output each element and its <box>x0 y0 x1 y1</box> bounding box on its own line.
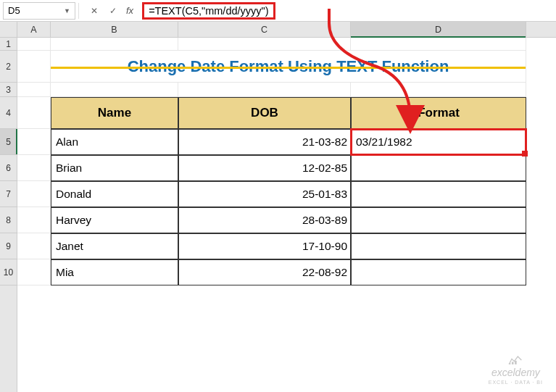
cell-dob-5[interactable]: 22-08-92 <box>178 259 351 285</box>
row-4: Name DOB Format <box>17 97 556 129</box>
cell-a8[interactable] <box>17 207 51 233</box>
cell-a6[interactable] <box>17 155 51 181</box>
formula-icons: ✕ ✓ fx <box>84 5 142 17</box>
svg-rect-1 <box>512 362 514 364</box>
row-3 <box>17 83 556 97</box>
cell-c1[interactable] <box>178 38 351 51</box>
fx-icon[interactable]: fx <box>126 5 133 16</box>
formula-bar: D5 ▼ ✕ ✓ fx =TEXT(C5,"mm/dd/yyyy") <box>0 0 556 22</box>
cell-b3[interactable] <box>51 83 178 97</box>
row-10: Mia 22-08-92 <box>17 259 556 285</box>
col-header-b[interactable]: B <box>51 22 178 37</box>
row-header-4[interactable]: 4 <box>0 97 17 129</box>
enter-icon[interactable]: ✓ <box>107 5 119 17</box>
watermark-subtitle: EXCEL · DATA · BI <box>489 380 543 385</box>
cell-a1[interactable] <box>17 38 51 51</box>
col-header-d[interactable]: D <box>351 22 526 37</box>
title-underline <box>51 67 526 69</box>
row-header-9[interactable]: 9 <box>0 233 17 259</box>
cell-dob-2[interactable]: 25-01-83 <box>178 181 351 207</box>
row-header-1[interactable]: 1 <box>0 38 17 51</box>
cell-format-0[interactable]: 03/21/1982 <box>351 129 526 155</box>
chevron-down-icon[interactable]: ▼ <box>64 7 70 14</box>
svg-rect-2 <box>515 361 518 364</box>
row-1 <box>17 38 556 51</box>
cell-name-4[interactable]: Janet <box>51 233 178 259</box>
logo-icon <box>508 355 523 365</box>
spreadsheet: 1 2 3 4 5 6 7 8 9 10 A B C D Change D <box>0 22 556 392</box>
cell-dob-4[interactable]: 17-10-90 <box>178 233 351 259</box>
select-all-corner[interactable] <box>0 22 17 38</box>
cell-a7[interactable] <box>17 181 51 207</box>
cancel-icon[interactable]: ✕ <box>88 5 100 17</box>
row-6: Brian 12-02-85 <box>17 155 556 181</box>
row-header-8[interactable]: 8 <box>0 207 17 233</box>
formula-input-wrap: =TEXT(C5,"mm/dd/yyyy") <box>142 2 556 20</box>
cell-name-3[interactable]: Harvey <box>51 207 178 233</box>
cell-a3[interactable] <box>17 83 51 97</box>
cell-format-3[interactable] <box>351 207 526 233</box>
col-header-c[interactable]: C <box>178 22 351 37</box>
name-box[interactable]: D5 ▼ <box>3 2 75 20</box>
cell-b1[interactable] <box>51 38 178 51</box>
grid: A B C D Change Date Format Using TEXT Fu… <box>17 22 556 392</box>
header-format[interactable]: Format <box>351 97 526 129</box>
cell-reference: D5 <box>8 5 20 16</box>
cell-c3[interactable] <box>178 83 351 97</box>
cell-name-5[interactable]: Mia <box>51 259 178 285</box>
row-header-3[interactable]: 3 <box>0 83 17 97</box>
header-dob[interactable]: DOB <box>178 97 351 129</box>
cell-a5[interactable] <box>17 129 51 155</box>
watermark: exceldemy EXCEL · DATA · BI <box>489 355 543 385</box>
formula-text: =TEXT(C5,"mm/dd/yyyy") <box>149 5 268 17</box>
row-header-10[interactable]: 10 <box>0 259 17 285</box>
row-8: Harvey 28-03-89 <box>17 207 556 233</box>
row-headers: 1 2 3 4 5 6 7 8 9 10 <box>0 22 17 392</box>
row-9: Janet 17-10-90 <box>17 233 556 259</box>
row-5: Alan 21-03-82 03/21/1982 <box>17 129 556 155</box>
row-header-7[interactable]: 7 <box>0 181 17 207</box>
cell-a9[interactable] <box>17 233 51 259</box>
svg-rect-0 <box>509 363 511 364</box>
cell-name-1[interactable]: Brian <box>51 155 178 181</box>
cell-format-4[interactable] <box>351 233 526 259</box>
row-header-5[interactable]: 5 <box>0 129 17 155</box>
cell-d1[interactable] <box>351 38 526 51</box>
header-name[interactable]: Name <box>51 97 178 129</box>
rows: Change Date Format Using TEXT Function N… <box>17 38 556 285</box>
cell-dob-1[interactable]: 12-02-85 <box>178 155 351 181</box>
cell-name-0[interactable]: Alan <box>51 129 178 155</box>
formula-input[interactable]: =TEXT(C5,"mm/dd/yyyy") <box>142 2 275 20</box>
watermark-title: exceldemy <box>491 367 540 378</box>
row-7: Donald 25-01-83 <box>17 181 556 207</box>
col-header-a[interactable]: A <box>17 22 51 37</box>
cell-dob-3[interactable]: 28-03-89 <box>178 207 351 233</box>
cell-name-2[interactable]: Donald <box>51 181 178 207</box>
cell-dob-0[interactable]: 21-03-82 <box>178 129 351 155</box>
column-headers: A B C D <box>17 22 556 38</box>
divider <box>78 3 84 19</box>
cell-a4[interactable] <box>17 97 51 129</box>
cell-d3[interactable] <box>351 83 526 97</box>
row-header-6[interactable]: 6 <box>0 155 17 181</box>
cell-format-1[interactable] <box>351 155 526 181</box>
cell-a2[interactable] <box>17 51 51 83</box>
cell-a10[interactable] <box>17 259 51 285</box>
cell-format-2[interactable] <box>351 181 526 207</box>
cell-format-5[interactable] <box>351 259 526 285</box>
row-header-2[interactable]: 2 <box>0 51 17 83</box>
